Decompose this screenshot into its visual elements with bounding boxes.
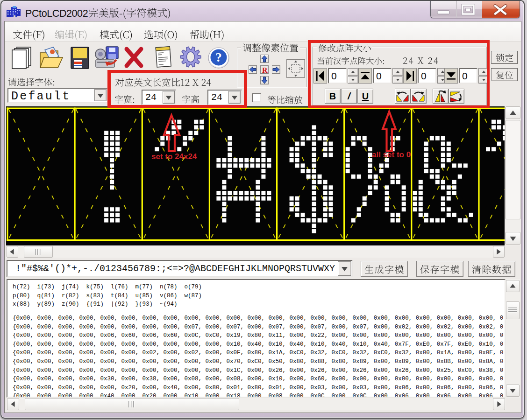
svg-text:set to 24x24: set to 24x24 bbox=[151, 152, 197, 161]
svg-text:all set to 0: all set to 0 bbox=[372, 150, 411, 159]
svg-text:R: R bbox=[262, 66, 268, 74]
svg-text:?: ? bbox=[215, 50, 222, 64]
